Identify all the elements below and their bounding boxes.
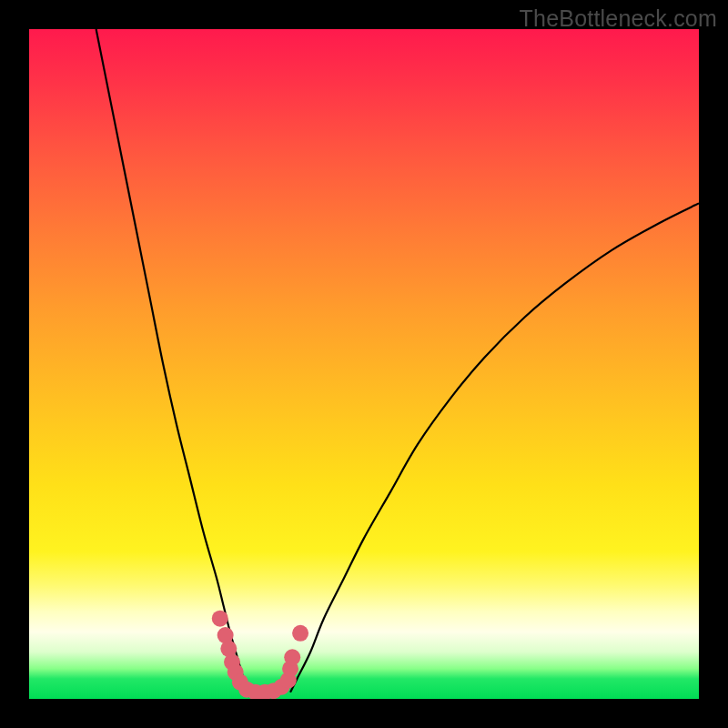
watermark-text: TheBottleneck.com <box>520 5 717 32</box>
data-marker <box>292 625 308 642</box>
marker-cluster <box>212 611 308 699</box>
chart-svg <box>29 29 699 699</box>
chart-outer-frame: TheBottleneck.com <box>0 0 728 728</box>
data-marker <box>284 649 300 665</box>
data-marker <box>212 611 228 627</box>
left-curve <box>96 29 248 693</box>
right-curve <box>290 203 699 692</box>
plot-area <box>29 29 699 699</box>
